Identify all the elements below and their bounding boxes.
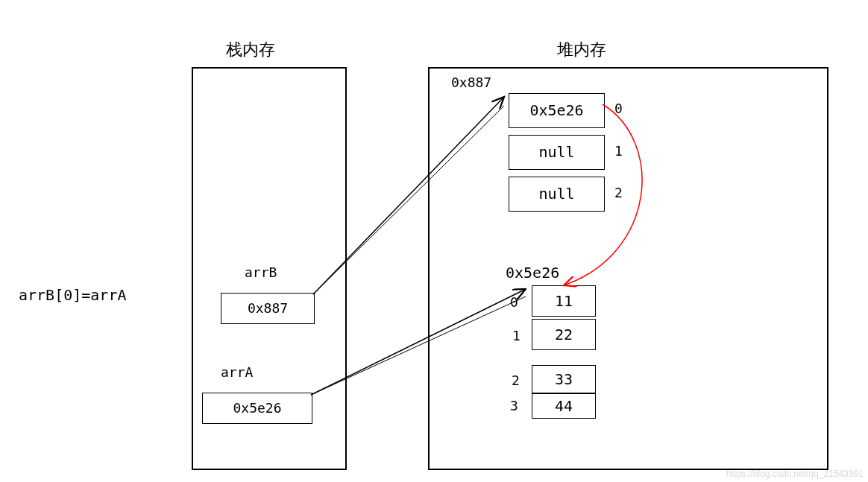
arrow-red-reference — [564, 104, 642, 285]
arrow-arrB-to-heap-aux — [313, 106, 504, 294]
arrow-arrB-to-heap — [313, 97, 504, 294]
arrow-arrA-to-heap — [311, 289, 526, 395]
arrow-arrA-to-heap-aux — [311, 297, 526, 395]
diagram-canvas: 栈内存 堆内存 arrB[0]=arrA arrB 0x887 arrA 0x5… — [0, 0, 868, 482]
watermark: https://blog.csdn.net/qq_21543391 — [726, 469, 864, 479]
arrows-layer — [0, 0, 868, 482]
